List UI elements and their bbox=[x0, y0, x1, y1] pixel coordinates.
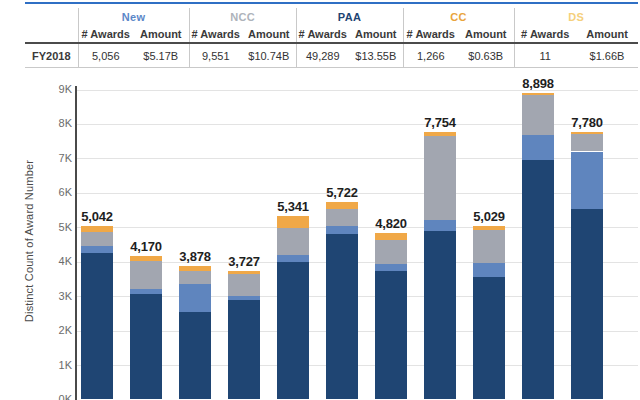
y-tick-label: 0K bbox=[34, 393, 72, 400]
bar-segment-paa[interactable] bbox=[473, 277, 505, 400]
y-tick-label: 2K bbox=[34, 324, 72, 336]
bar-segment-new[interactable] bbox=[277, 255, 309, 263]
bar-total-label: 5,029 bbox=[461, 209, 517, 224]
amount-value-ncc: $10.74B bbox=[242, 43, 296, 68]
bar-total-label: 7,754 bbox=[412, 115, 468, 130]
bar-total-label: 8,898 bbox=[510, 76, 566, 91]
amount-header-new: Amount bbox=[133, 26, 189, 43]
bar-segment-new[interactable] bbox=[130, 289, 162, 295]
awards-header-cc: # Awards bbox=[403, 26, 458, 43]
bar-segment-cc[interactable] bbox=[326, 202, 358, 209]
bar-segment-new[interactable] bbox=[375, 264, 407, 272]
bar-segment-ncc[interactable] bbox=[522, 95, 554, 135]
fy-header-blank bbox=[25, 8, 78, 26]
bar-segment-new[interactable] bbox=[228, 296, 260, 300]
y-tick-label: 5K bbox=[34, 221, 72, 233]
bar-segment-cc[interactable] bbox=[81, 226, 113, 233]
data-row: FY2018 5,056$5.17B9,551$10.74B49,289$13.… bbox=[25, 43, 638, 68]
amount-header-paa: Amount bbox=[349, 26, 403, 43]
bar-segment-cc[interactable] bbox=[473, 226, 505, 229]
bar-segment-cc[interactable] bbox=[424, 132, 456, 135]
bar-segment-paa[interactable] bbox=[571, 209, 603, 399]
bar-segment-paa[interactable] bbox=[228, 300, 260, 400]
y-tick-label: 6K bbox=[34, 186, 72, 198]
bar-segment-cc[interactable] bbox=[277, 216, 309, 228]
awards-header-ds: # Awards bbox=[514, 26, 576, 43]
y-tick-label: 8K bbox=[34, 117, 72, 129]
bar-segment-new[interactable] bbox=[179, 284, 211, 311]
y-tick-label: 4K bbox=[34, 255, 72, 267]
bar-segment-ncc[interactable] bbox=[571, 134, 603, 151]
bar-segment-new[interactable] bbox=[571, 152, 603, 210]
bar-segment-ncc[interactable] bbox=[179, 271, 211, 284]
bar-segment-new[interactable] bbox=[81, 246, 113, 254]
group-header-row: NewNCCPAACCDS bbox=[25, 8, 638, 26]
bar-segment-cc[interactable] bbox=[130, 256, 162, 261]
bar-segment-new[interactable] bbox=[473, 263, 505, 276]
awards-value-ncc: 9,551 bbox=[189, 43, 242, 68]
bar-segment-cc[interactable] bbox=[522, 93, 554, 95]
amount-header-ncc: Amount bbox=[242, 26, 296, 43]
y-axis-label: Distinct Count of Award Number bbox=[23, 81, 35, 400]
amount-header-ds: Amount bbox=[576, 26, 638, 43]
group-header-new: New bbox=[78, 8, 189, 26]
bar-segment-paa[interactable] bbox=[179, 312, 211, 400]
group-header-ncc: NCC bbox=[189, 8, 296, 26]
bar-segment-ncc[interactable] bbox=[81, 232, 113, 245]
amount-value-cc: $0.63B bbox=[458, 43, 514, 68]
top-accent-line bbox=[25, 2, 638, 4]
bar-segment-paa[interactable] bbox=[375, 271, 407, 399]
fiscal-year-label: FY2018 bbox=[25, 43, 78, 68]
bar-segment-ncc[interactable] bbox=[424, 136, 456, 220]
bar-total-label: 3,878 bbox=[167, 249, 223, 264]
bar-segment-paa[interactable] bbox=[81, 253, 113, 399]
summary-table: NewNCCPAACCDS # AwardsAmount# AwardsAmou… bbox=[25, 8, 638, 68]
bar-segment-new[interactable] bbox=[326, 226, 358, 234]
y-tick-label: 9K bbox=[34, 83, 72, 95]
amount-value-ds: $1.66B bbox=[576, 43, 638, 68]
group-header-cc: CC bbox=[403, 8, 514, 26]
bar-segment-ncc[interactable] bbox=[228, 274, 260, 296]
bar-segment-paa[interactable] bbox=[277, 262, 309, 399]
awards-header-paa: # Awards bbox=[296, 26, 349, 43]
y-tick-label: 3K bbox=[34, 290, 72, 302]
awards-value-paa: 49,289 bbox=[296, 43, 349, 68]
bar-segment-cc[interactable] bbox=[375, 233, 407, 240]
bar-total-label: 7,780 bbox=[559, 115, 615, 130]
bar-segment-ncc[interactable] bbox=[277, 228, 309, 255]
bar-total-label: 5,722 bbox=[314, 185, 370, 200]
bar-segment-cc[interactable] bbox=[179, 266, 211, 271]
amount-header-cc: Amount bbox=[458, 26, 514, 43]
amount-value-paa: $13.55B bbox=[349, 43, 403, 68]
bar-segment-new[interactable] bbox=[424, 220, 456, 232]
bar-segment-cc[interactable] bbox=[571, 132, 603, 135]
awards-value-cc: 1,266 bbox=[403, 43, 458, 68]
awards-header-ncc: # Awards bbox=[189, 26, 242, 43]
bar-total-label: 4,820 bbox=[363, 216, 419, 231]
awards-header-new: # Awards bbox=[78, 26, 133, 43]
bar-segment-paa[interactable] bbox=[424, 231, 456, 399]
bar-total-label: 5,042 bbox=[69, 209, 125, 224]
bar-segment-new[interactable] bbox=[522, 135, 554, 161]
y-tick-label: 1K bbox=[34, 359, 72, 371]
bar-total-label: 4,170 bbox=[118, 239, 174, 254]
bar-segment-ncc[interactable] bbox=[326, 209, 358, 226]
group-header-ds: DS bbox=[514, 8, 638, 26]
bar-segment-ncc[interactable] bbox=[473, 230, 505, 264]
awards-value-new: 5,056 bbox=[78, 43, 133, 68]
bar-total-label: 3,727 bbox=[216, 254, 272, 269]
amount-value-new: $5.17B bbox=[133, 43, 189, 68]
fy-subheader-blank bbox=[25, 26, 78, 43]
bar-segment-ncc[interactable] bbox=[375, 240, 407, 264]
y-axis-line bbox=[75, 86, 77, 400]
bar-segment-paa[interactable] bbox=[326, 234, 358, 399]
bar-segment-cc[interactable] bbox=[228, 271, 260, 274]
bar-segment-ncc[interactable] bbox=[130, 261, 162, 289]
bar-segment-paa[interactable] bbox=[522, 160, 554, 399]
sub-header-row: # AwardsAmount# AwardsAmount# AwardsAmou… bbox=[25, 26, 638, 43]
y-tick-label: 7K bbox=[34, 152, 72, 164]
bar-segment-paa[interactable] bbox=[130, 294, 162, 399]
awards-value-ds: 11 bbox=[514, 43, 576, 68]
group-header-paa: PAA bbox=[296, 8, 403, 26]
bar-total-label: 5,341 bbox=[265, 199, 321, 214]
